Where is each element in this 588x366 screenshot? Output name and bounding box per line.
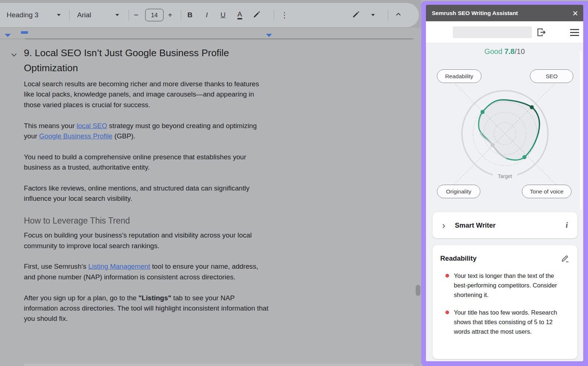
pill-readability[interactable]: Readability: [437, 69, 481, 83]
pill-seo[interactable]: SEO: [530, 69, 573, 83]
seo-point: [530, 105, 534, 109]
toolbar-divider: [129, 10, 129, 21]
local-seo-link[interactable]: local SEO: [76, 122, 107, 130]
hamburger-icon: [570, 29, 579, 30]
italic-button[interactable]: I: [206, 11, 208, 19]
menu-button[interactable]: [570, 29, 579, 36]
document-page: 9. Local SEO Isn’t Just Google Business …: [24, 46, 269, 334]
score-label: Good: [484, 47, 502, 55]
ruler-line-page: [25, 39, 413, 39]
issue-item: Your title has too few words. Research s…: [440, 308, 570, 336]
doc-paragraph: You need to build a comprehensive online…: [24, 152, 269, 173]
hide-menus-button[interactable]: [395, 11, 402, 19]
smart-writer-title: Smart Writer: [455, 221, 496, 229]
export-icon: [536, 27, 546, 37]
red-dot-icon: [445, 274, 449, 278]
doc-subheading: How to Leverage This Trend: [24, 214, 269, 227]
doc-paragraph: This means your local SEO strategy must …: [24, 121, 269, 142]
smart-writer-card[interactable]: › Smart Writer i: [433, 212, 577, 238]
text-color-button[interactable]: A: [237, 11, 242, 19]
toolbar-divider: [69, 10, 69, 21]
pen-icon: [352, 10, 360, 18]
info-icon[interactable]: i: [566, 221, 568, 229]
highlighter-icon: [253, 10, 261, 18]
chevron-down-icon[interactable]: [115, 14, 119, 16]
issue-item: Your text is longer than the text of the…: [440, 271, 570, 300]
red-dot-icon: [445, 311, 449, 314]
pill-originality[interactable]: Originality: [437, 185, 480, 198]
bold-button[interactable]: B: [187, 11, 193, 19]
readability-card-title: Readability: [440, 254, 477, 262]
panel-header: Semrush SEO Writing Assistant ×: [426, 5, 583, 21]
readability-point: [481, 110, 485, 114]
increase-font-size-button[interactable]: +: [168, 11, 172, 19]
right-indent-marker[interactable]: [266, 34, 272, 37]
docs-toolbar: Heading 3 Arial − 14 + B I U A ⋮: [0, 3, 419, 27]
close-icon[interactable]: ×: [573, 8, 578, 18]
chevron-down-icon[interactable]: [371, 14, 375, 16]
collapse-heading-chevron-icon[interactable]: [11, 51, 17, 57]
chevron-right-icon[interactable]: ›: [442, 221, 445, 230]
pencil-icon: [561, 254, 570, 263]
panel-toolbar: [426, 21, 583, 43]
doc-paragraph: Factors like reviews, online mentions, a…: [24, 183, 269, 204]
underline-button[interactable]: U: [220, 11, 226, 19]
doc-paragraph: Local search results are becoming richer…: [24, 79, 269, 110]
tone-point: [523, 155, 527, 159]
panel-title: Semrush SEO Writing Assistant: [432, 10, 518, 17]
toolbar-divider: [274, 10, 274, 21]
google-business-profile-link[interactable]: Google Business Profile: [39, 132, 112, 140]
more-options-button[interactable]: ⋮: [281, 11, 288, 19]
gauge-target-label: Target: [498, 173, 512, 179]
highlight-color-button[interactable]: [253, 10, 261, 20]
paragraph-style-selector[interactable]: Heading 3: [7, 11, 39, 19]
toolbar-divider: [181, 10, 181, 21]
toolbar-divider: [388, 10, 388, 21]
first-line-indent-marker[interactable]: [21, 31, 28, 34]
docs-scrollbar-thumb[interactable]: [416, 285, 420, 296]
chevron-down-icon[interactable]: [57, 14, 61, 16]
decrease-font-size-button[interactable]: −: [134, 10, 139, 20]
semrush-panel-frame: Semrush SEO Writing Assistant × Good 7.8…: [421, 1, 588, 366]
readability-card: Readability Your text is longer than the…: [433, 245, 577, 359]
left-indent-marker[interactable]: [5, 34, 11, 37]
doc-paragraph: After you sign up for a plan, go to the …: [24, 293, 269, 324]
score-value: 7.8: [504, 47, 514, 55]
semrush-panel: Semrush SEO Writing Assistant × Good 7.8…: [426, 5, 583, 361]
edit-button[interactable]: [561, 254, 570, 263]
overall-score: Good 7.8/10: [426, 47, 583, 56]
editing-mode-button[interactable]: [352, 10, 360, 20]
font-size-input[interactable]: 14: [145, 9, 164, 21]
font-family-selector[interactable]: Arial: [77, 11, 91, 19]
chevron-up-icon: [395, 11, 402, 18]
doc-paragraph: First, use Semrush’s Listing Management …: [24, 261, 269, 282]
panel-scrollbar-thumb[interactable]: [580, 51, 582, 210]
next-block-edge: [24, 364, 413, 366]
listing-management-link[interactable]: Listing Management: [88, 262, 150, 270]
doc-heading: 9. Local SEO Isn’t Just Google Business …: [24, 46, 269, 76]
readability-card-header: Readability: [440, 254, 570, 263]
export-button[interactable]: [536, 27, 546, 37]
doc-paragraph: Focus on building your business’s reputa…: [24, 230, 269, 251]
pill-tone-of-voice[interactable]: Tone of voice: [522, 185, 571, 198]
originality-gray-segment: [480, 133, 506, 158]
panel-field-placeholder[interactable]: [453, 26, 532, 38]
readability-issues: Your text is longer than the text of the…: [440, 271, 570, 336]
score-contour: [478, 100, 539, 160]
originality-point: [491, 143, 495, 147]
score-max: /10: [514, 47, 525, 55]
score-gauge-chart: Target: [426, 64, 583, 198]
